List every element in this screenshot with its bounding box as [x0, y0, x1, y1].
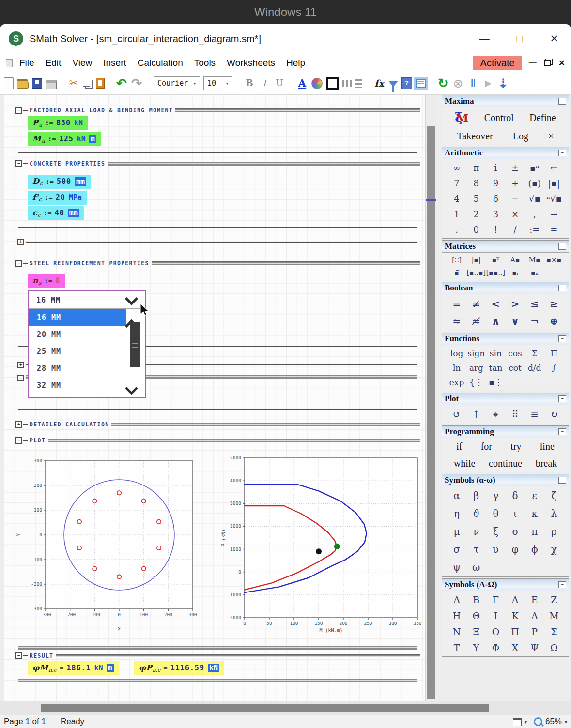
- palette-button[interactable]: >: [511, 298, 520, 310]
- palette-button[interactable]: 2: [474, 209, 479, 219]
- palette-button[interactable]: :=: [529, 225, 540, 235]
- section-toggle[interactable]: −: [15, 107, 22, 114]
- palette-button[interactable]: cot: [509, 363, 522, 373]
- palette-header-symbols-lower[interactable]: Symbols (α-ω)−: [442, 474, 569, 486]
- palette-button[interactable]: |▪|: [472, 256, 481, 264]
- close-button[interactable]: ✕: [550, 33, 558, 45]
- palette-button[interactable]: ▪ᵢᵢ: [531, 269, 538, 276]
- palette-button[interactable]: ±: [511, 163, 519, 173]
- palette-button[interactable]: 7: [454, 178, 459, 188]
- palette-button[interactable]: <: [492, 298, 500, 310]
- palette-button[interactable]: Φ: [492, 642, 500, 653]
- palette-button[interactable]: ⊕: [550, 315, 558, 327]
- open-file-icon[interactable]: [17, 80, 29, 89]
- palette-button[interactable]: ∨: [511, 315, 519, 327]
- palette-button[interactable]: M▪: [529, 256, 540, 264]
- horizontal-scrollbar-thumb[interactable]: [41, 704, 489, 712]
- palette-button[interactable]: Ρ: [531, 626, 538, 637]
- palette-button[interactable]: ←: [550, 163, 557, 173]
- palette-button[interactable]: ρ: [551, 526, 557, 537]
- palette-button[interactable]: ▪ᵀ: [492, 256, 499, 264]
- minimize-button[interactable]: —: [479, 33, 490, 45]
- palette-button[interactable]: κ: [531, 508, 538, 519]
- caret-down-icon[interactable]: ▾: [222, 81, 229, 86]
- palette-button[interactable]: φ: [512, 544, 519, 555]
- menu-item-help[interactable]: Help: [286, 58, 305, 68]
- palette-button[interactable]: Ζ: [551, 594, 557, 605]
- palette-button[interactable]: ϑ: [473, 508, 479, 519]
- palette-button[interactable]: Σ: [532, 349, 538, 358]
- palette-button[interactable]: ∞: [453, 163, 461, 173]
- palette-button[interactable]: √▪: [529, 194, 540, 204]
- palette-button[interactable]: sign: [467, 349, 485, 358]
- palette-button[interactable]: ⌖: [493, 409, 498, 420]
- definition-Mu[interactable]: Mu:=125kNm: [28, 132, 101, 146]
- palette-button[interactable]: ↻: [550, 409, 558, 420]
- palette-button[interactable]: log: [450, 349, 463, 358]
- palette-header-plot[interactable]: Plot−: [442, 393, 569, 405]
- dropdown-selected-value[interactable]: 16 MM: [29, 291, 145, 309]
- menu-item-insert[interactable]: Insert: [103, 58, 126, 68]
- palette-button[interactable]: θ: [493, 508, 498, 519]
- palette-button[interactable]: Β: [473, 594, 479, 605]
- menu-item-file[interactable]: File: [19, 58, 34, 68]
- palette-button[interactable]: A▪: [510, 256, 520, 264]
- dropdown-option[interactable]: 32 MM: [29, 377, 126, 394]
- palette-button[interactable]: λ: [551, 508, 557, 519]
- new-file-icon[interactable]: [4, 77, 14, 89]
- palette-button[interactable]: .: [455, 225, 458, 235]
- palette-button[interactable]: Κ: [511, 610, 518, 621]
- collapse-icon[interactable]: −: [558, 98, 566, 105]
- palette-button[interactable]: ≤: [530, 298, 539, 310]
- palette-button[interactable]: Χ: [512, 642, 519, 653]
- font-name-combo[interactable]: Courier▾: [154, 76, 200, 90]
- doc-minimize-button[interactable]: —: [529, 59, 537, 67]
- menu-item-edit[interactable]: Edit: [46, 58, 62, 68]
- palette-button[interactable]: ≉: [472, 315, 480, 327]
- definition-cc[interactable]: cc:=40mm: [28, 206, 84, 220]
- palette-button[interactable]: Ω: [550, 642, 558, 653]
- palette-button[interactable]: Δ: [512, 594, 519, 605]
- section-toggle[interactable]: −: [15, 160, 22, 167]
- palette-button[interactable]: α: [453, 490, 460, 501]
- section-toggle[interactable]: −: [15, 260, 22, 267]
- palette-button[interactable]: Υ: [473, 642, 479, 653]
- palette-button[interactable]: cos: [508, 349, 522, 358]
- section-toggle[interactable]: −: [15, 437, 22, 444]
- palette-button[interactable]: 6: [493, 194, 498, 204]
- palette-button[interactable]: ▪⋮: [489, 378, 503, 387]
- palette-button[interactable]: exp: [449, 378, 464, 387]
- stop-button[interactable]: ⊗: [452, 76, 464, 91]
- font-color-button[interactable]: A: [296, 76, 308, 91]
- palette-button[interactable]: χ: [551, 544, 557, 555]
- palette-button[interactable]: Τ: [454, 642, 460, 653]
- help-book-button[interactable]: ?: [401, 77, 412, 89]
- palette-button[interactable]: tan: [489, 363, 502, 373]
- palette-button[interactable]: 4: [454, 194, 459, 204]
- palette-button[interactable]: ε: [532, 490, 537, 501]
- palette-button[interactable]: =: [550, 225, 557, 235]
- collapsed-section-toggle[interactable]: +: [17, 362, 24, 368]
- palette-button[interactable]: μ: [454, 526, 460, 537]
- palette-header-arithmetic[interactable]: Arithmetic−: [442, 147, 569, 159]
- italic-button[interactable]: I: [259, 76, 270, 91]
- collapse-icon[interactable]: −: [558, 428, 566, 435]
- palette-button-takeover[interactable]: Takeover: [457, 131, 493, 142]
- collapse-icon[interactable]: −: [558, 395, 566, 402]
- palette-button[interactable]: /: [514, 225, 517, 235]
- palette-button[interactable]: γ: [493, 490, 498, 501]
- doc-close-button[interactable]: ✕: [558, 58, 565, 68]
- palette-button[interactable]: ∫: [552, 363, 556, 373]
- pause-button[interactable]: ‖: [467, 76, 479, 91]
- palette-button[interactable]: δ: [512, 490, 518, 501]
- vertical-scrollbar[interactable]: [425, 95, 436, 701]
- palette-button[interactable]: Θ: [472, 610, 480, 621]
- dropdown-option[interactable]: 16 MM: [29, 309, 126, 326]
- undo-icon[interactable]: ↶: [116, 76, 127, 91]
- font-size-combo[interactable]: 10▾: [203, 76, 232, 90]
- print-icon[interactable]: [46, 80, 57, 89]
- collapse-icon[interactable]: −: [558, 150, 566, 156]
- section-toggle[interactable]: −: [15, 652, 22, 659]
- palette-button[interactable]: ν: [473, 526, 479, 537]
- palette-button-try[interactable]: try: [510, 441, 521, 452]
